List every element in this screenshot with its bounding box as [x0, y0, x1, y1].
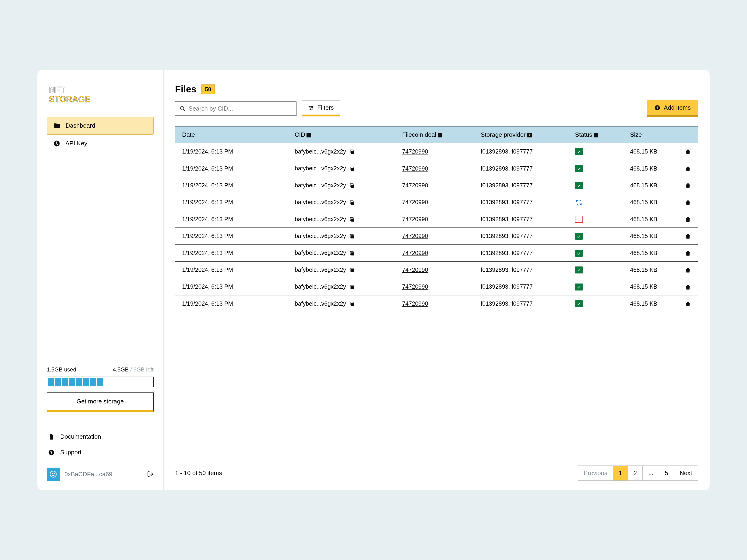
cell-deal: 74720990 [395, 160, 474, 177]
copy-icon[interactable] [349, 301, 355, 307]
copy-icon[interactable] [349, 166, 355, 172]
trash-icon[interactable] [685, 301, 691, 307]
cell-delete [675, 261, 698, 278]
deal-link[interactable]: 74720990 [402, 283, 428, 290]
copy-icon[interactable] [349, 250, 355, 257]
cell-delete [675, 295, 698, 312]
status-ok-icon [575, 233, 583, 240]
copy-icon[interactable] [349, 216, 355, 222]
info-icon[interactable]: i [594, 133, 598, 137]
cell-deal: 74720990 [395, 194, 474, 211]
cell-delete [675, 228, 698, 244]
trash-icon[interactable] [685, 183, 691, 189]
deal-link[interactable]: 74720990 [402, 250, 428, 256]
cell-provider: f01392893, f097777 [474, 295, 568, 312]
svg-point-31 [579, 220, 579, 221]
cell-cid: bafybeic...v6gx2x2y [288, 228, 395, 244]
pagination-page-...[interactable]: ... [643, 466, 659, 480]
storage-remaining: 4.5GB / 6GB left [113, 366, 154, 373]
cell-deal: 74720990 [395, 261, 474, 278]
info-icon[interactable]: i [307, 133, 311, 137]
pagination-next[interactable]: Next [674, 466, 698, 480]
col-deal: Filecoin deali [395, 127, 474, 143]
get-more-storage-button[interactable]: Get more storage [47, 393, 154, 412]
filters-button[interactable]: Filters [302, 101, 340, 116]
cell-cid: bafybeic...v6gx2x2y [288, 278, 395, 295]
status-warn-icon [575, 216, 583, 223]
add-items-button[interactable]: Add items [647, 100, 698, 117]
copy-icon[interactable] [349, 200, 355, 206]
status-ok-icon [575, 250, 583, 257]
table-header-row: Date CIDi Filecoin deali Storage provide… [175, 127, 698, 143]
cell-delete [675, 177, 698, 194]
cell-delete [675, 160, 698, 177]
sidebar-item-dashboard[interactable]: Dashboard [47, 117, 154, 135]
svg-rect-22 [351, 168, 354, 171]
cell-date: 1/19/2024, 6:13 PM [175, 160, 288, 177]
pagination-page-1[interactable]: 1 [613, 466, 628, 480]
logout-icon[interactable] [147, 471, 154, 477]
trash-icon[interactable] [685, 233, 691, 239]
cell-date: 1/19/2024, 6:13 PM [175, 278, 288, 295]
search-input[interactable] [185, 105, 292, 112]
avatar[interactable] [47, 468, 60, 481]
cell-date: 1/19/2024, 6:13 PM [175, 295, 288, 312]
deal-link[interactable]: 74720990 [402, 199, 428, 205]
user-row: 0xBaCDFa...ca69 [47, 468, 154, 481]
cell-delete [675, 278, 698, 295]
cell-provider: f01392893, f097777 [474, 143, 568, 160]
table-row: 1/19/2024, 6:13 PM bafybeic...v6gx2x2y 7… [175, 211, 698, 228]
table-row: 1/19/2024, 6:13 PM bafybeic...v6gx2x2y 7… [175, 177, 698, 194]
cell-cid: bafybeic...v6gx2x2y [288, 211, 395, 228]
trash-icon[interactable] [685, 216, 691, 222]
storage-usage: 1.5GB used 4.5GB / 6GB left Get more sto… [47, 366, 154, 412]
deal-link[interactable]: 74720990 [402, 216, 428, 222]
storage-segment [55, 378, 61, 386]
cell-status [568, 261, 623, 278]
pagination-page-5[interactable]: 5 [659, 466, 674, 480]
copy-icon[interactable] [349, 284, 355, 290]
storage-segment [97, 378, 103, 386]
deal-link[interactable]: 74720990 [402, 300, 428, 307]
copy-icon[interactable] [349, 233, 355, 239]
info-icon[interactable]: i [438, 133, 442, 137]
deal-link[interactable]: 74720990 [402, 182, 428, 189]
cell-cid: bafybeic...v6gx2x2y [288, 177, 395, 194]
trash-icon[interactable] [685, 250, 691, 257]
trash-icon[interactable] [685, 284, 691, 290]
deal-link[interactable]: 74720990 [402, 233, 428, 239]
sidebar-item-label: Dashboard [66, 122, 95, 129]
pagination-page-2[interactable]: 2 [628, 466, 643, 480]
trash-icon[interactable] [685, 166, 691, 172]
info-icon[interactable]: i [527, 133, 532, 137]
footer-link-support[interactable]: ?Support [47, 445, 154, 460]
copy-icon[interactable] [349, 183, 355, 189]
cell-status [568, 160, 623, 177]
trash-icon[interactable] [685, 200, 691, 206]
status-ok-icon [575, 148, 583, 155]
cell-status [568, 244, 623, 261]
svg-point-15 [312, 107, 313, 108]
file-count-badge: 50 [202, 84, 215, 94]
storage-segment [69, 378, 75, 386]
copy-icon[interactable] [349, 149, 355, 155]
cell-status [568, 177, 623, 194]
files-table: Date CIDi Filecoin deali Storage provide… [175, 126, 698, 312]
deal-link[interactable]: 74720990 [402, 165, 428, 172]
deal-link[interactable]: 74720990 [402, 148, 428, 155]
svg-point-6 [50, 471, 56, 477]
search-container [175, 102, 297, 116]
pagination-prev[interactable]: Previous [578, 466, 613, 480]
trash-icon[interactable] [685, 267, 691, 273]
deal-link[interactable]: 74720990 [402, 266, 428, 273]
status-ok-icon [575, 300, 583, 307]
cell-cid: bafybeic...v6gx2x2y [288, 261, 395, 278]
cell-cid: bafybeic...v6gx2x2y [288, 244, 395, 261]
cell-deal: 74720990 [395, 278, 474, 295]
sidebar-item-api-key[interactable]: API Key [47, 135, 154, 152]
copy-icon[interactable] [349, 267, 355, 273]
footer-link-documentation[interactable]: Documentation [47, 429, 154, 445]
trash-icon[interactable] [685, 149, 691, 155]
search-icon [180, 105, 185, 111]
cell-date: 1/19/2024, 6:13 PM [175, 261, 288, 278]
